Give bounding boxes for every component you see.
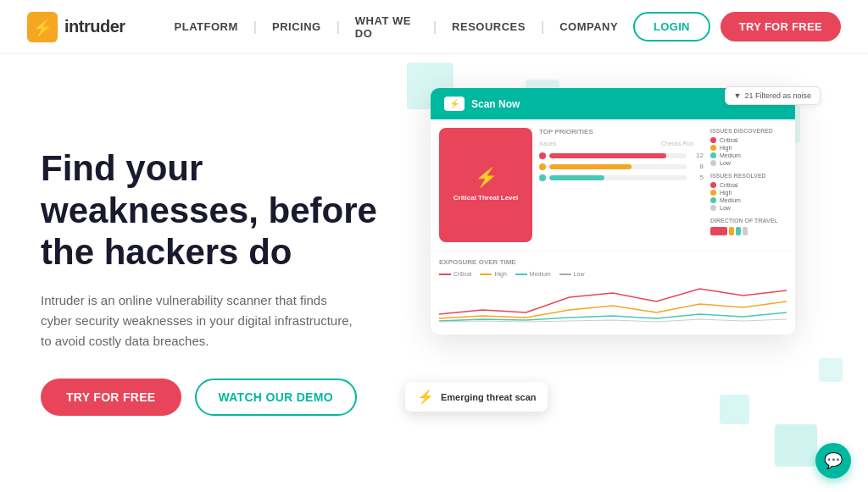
- chat-icon: 💬: [824, 451, 843, 470]
- priority-fill-medium: [549, 175, 604, 180]
- priority-row-1: 12: [539, 152, 704, 159]
- legend-label-high-2: High: [720, 190, 732, 196]
- priority-fill-critical: [549, 153, 666, 158]
- priority-row-2: 8: [539, 163, 704, 170]
- direction-bar-teal: [736, 227, 741, 235]
- legend-low-2: Low: [710, 205, 787, 211]
- navbar: ⚡ intruder PLATFORM | PRICING | WHAT WE …: [0, 0, 868, 54]
- legend-dot-low-2: [710, 205, 716, 211]
- nav-platform[interactable]: PLATFORM: [159, 20, 253, 33]
- priority-bar-high: [549, 164, 687, 169]
- watch-demo-button[interactable]: WATCH OUR DEMO: [195, 379, 357, 416]
- priority-row-3: 5: [539, 174, 704, 181]
- priority-dot-critical: [539, 152, 546, 159]
- legend-label-medium-2: Medium: [720, 197, 741, 203]
- direction-bar-red: [710, 227, 727, 235]
- nav-pricing[interactable]: PRICING: [257, 20, 337, 33]
- chart-legend-line-high: [480, 274, 492, 275]
- legend-dot-critical-2: [710, 182, 716, 188]
- priority-bar-critical: [549, 153, 687, 158]
- legend-label-low-1: Low: [720, 160, 731, 166]
- dash-scan-icon: ⚡: [444, 97, 465, 111]
- legend-dot-low-1: [710, 160, 716, 166]
- hero-subtext: Intruder is an online vulnerability scan…: [41, 290, 354, 351]
- priority-num-high: 8: [690, 163, 704, 170]
- nav-company[interactable]: COMPANY: [544, 20, 633, 33]
- issues-discovered-section: Issues Discovered Critical High Medium: [710, 128, 787, 166]
- legend-high-1: High: [710, 145, 787, 151]
- direction-bar-gray: [743, 227, 748, 235]
- legend-label-high-1: High: [720, 145, 732, 151]
- legend-critical-2: Critical: [710, 182, 787, 188]
- logo-text: intruder: [64, 17, 125, 36]
- chart-legend-label-medium: Medium: [530, 271, 551, 277]
- legend-dot-high-1: [710, 145, 716, 151]
- priority-dot-high: [539, 163, 546, 170]
- priority-bar-medium: [549, 175, 687, 180]
- legend-dot-medium-2: [710, 197, 716, 203]
- hero-heading: Find your weaknesses, before the hackers…: [41, 147, 397, 274]
- chart-legend-line-low: [559, 274, 571, 275]
- issues-discovered-title: Issues Discovered: [710, 128, 787, 134]
- login-button[interactable]: LOGIN: [633, 12, 710, 41]
- nav-buttons: LOGIN TRY FOR FREE: [633, 12, 841, 41]
- chart-legend-line-medium: [515, 274, 527, 275]
- nav-links: PLATFORM | PRICING | WHAT WE DO | RESOUR…: [159, 14, 634, 40]
- emerging-text: Emerging threat scan: [441, 392, 536, 402]
- nav-resources[interactable]: RESOURCES: [437, 20, 541, 33]
- legend-medium-1: Medium: [710, 152, 787, 158]
- dash-priorities-panel: Top Priorities Issues Checks Run 12: [539, 128, 704, 242]
- dash-body: ⚡ Critical Threat Level Top Priorities I…: [431, 119, 795, 251]
- chart-legend-label-high: High: [494, 271, 506, 277]
- issues-resolved-section: Issues Resolved Critical High Medium: [710, 173, 787, 211]
- dash-critical-label: Critical Threat Level: [448, 194, 523, 202]
- chart-legend-label-critical: Critical: [453, 271, 471, 277]
- chart-legend-critical: Critical: [439, 271, 471, 277]
- dash-chart-title: Exposure Over Time: [439, 258, 787, 266]
- checks-col-header: Checks Run: [661, 141, 704, 146]
- logo-link[interactable]: ⚡ intruder: [27, 12, 125, 42]
- legend-medium-2: Medium: [710, 197, 787, 203]
- logo-icon: ⚡: [27, 12, 58, 42]
- dash-header-title: Scan Now: [471, 98, 520, 110]
- direction-title: Direction of Travel: [710, 218, 787, 224]
- nav-what-we-do[interactable]: WHAT WE DO: [340, 14, 433, 40]
- filter-icon: ▼: [734, 91, 742, 100]
- legend-high-2: High: [710, 190, 787, 196]
- filter-badge: ▼ 21 Filtered as noise: [725, 86, 821, 105]
- try-for-free-hero-button[interactable]: TRY FOR FREE: [41, 379, 181, 416]
- chat-widget[interactable]: 💬: [815, 443, 851, 478]
- emerging-threat-badge: ⚡ Emerging threat scan: [405, 382, 548, 412]
- priority-fill-high: [549, 164, 632, 169]
- legend-critical-1: Critical: [710, 137, 787, 143]
- direction-bar-orange: [729, 227, 734, 235]
- chart-legend-medium: Medium: [515, 271, 551, 277]
- legend-low-1: Low: [710, 160, 787, 166]
- hero-right: ▼ 21 Filtered as noise ⚡ Scan Now ⚡ Crit…: [397, 71, 827, 492]
- chart-legend-low: Low: [559, 271, 585, 277]
- dash-legend-panel: Issues Discovered Critical High Medium: [710, 128, 787, 242]
- legend-dot-high-2: [710, 190, 716, 196]
- hero-section: Find your weaknesses, before the hackers…: [0, 54, 868, 492]
- legend-label-low-2: Low: [720, 205, 731, 211]
- direction-section: Direction of Travel: [710, 218, 787, 235]
- filter-text: 21 Filtered as noise: [744, 91, 811, 100]
- emerging-bolt-icon: ⚡: [417, 389, 434, 405]
- legend-dot-medium-1: [710, 152, 716, 158]
- dash-chart-area: Exposure Over Time Critical High Medium: [431, 251, 795, 334]
- dash-chart-svg: [439, 280, 787, 323]
- issues-col-header: Issues: [539, 141, 654, 146]
- issues-resolved-title: Issues Resolved: [710, 173, 787, 179]
- dash-bolt-icon: ⚡: [475, 167, 498, 189]
- try-for-free-nav-button[interactable]: TRY FOR FREE: [721, 12, 841, 41]
- priority-num-medium: 5: [690, 174, 704, 181]
- legend-dot-critical-1: [710, 137, 716, 143]
- hero-buttons: TRY FOR FREE WATCH OUR DEMO: [41, 379, 397, 416]
- legend-label-critical-2: Critical: [720, 182, 737, 188]
- dash-priorities-title: Top Priorities: [539, 128, 704, 135]
- dashboard-card: ⚡ Scan Now ⚡ Critical Threat Level Top P…: [431, 88, 795, 334]
- chart-legend-high: High: [480, 271, 506, 277]
- svg-text:⚡: ⚡: [32, 18, 53, 38]
- legend-label-critical-1: Critical: [720, 137, 737, 143]
- priority-dot-medium: [539, 174, 546, 181]
